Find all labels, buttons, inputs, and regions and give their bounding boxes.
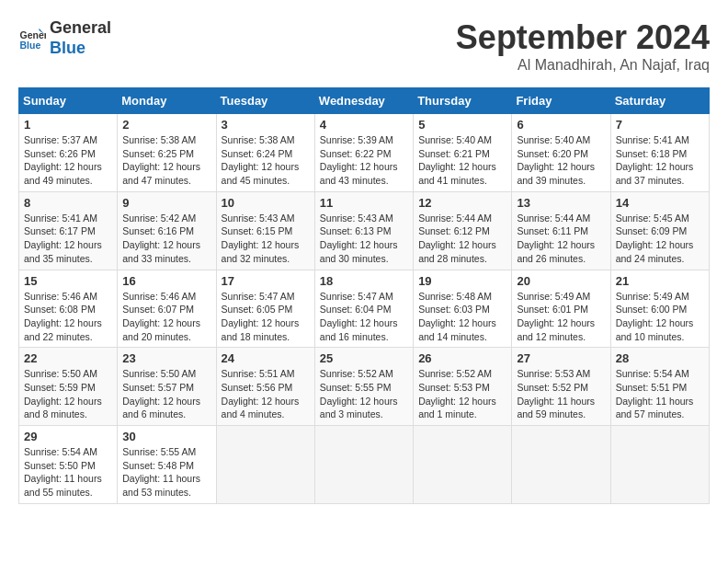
day-21: 21 Sunrise: 5:49 AMSunset: 6:00 PMDaylig… (610, 270, 709, 348)
day-28: 28 Sunrise: 5:54 AMSunset: 5:51 PMDaylig… (610, 348, 709, 426)
logo-text: General Blue (50, 18, 111, 58)
day-1: 1 Sunrise: 5:37 AMSunset: 6:26 PMDayligh… (19, 114, 118, 192)
day-24: 24 Sunrise: 5:51 AMSunset: 5:56 PMDaylig… (216, 348, 314, 426)
day-5: 5 Sunrise: 5:40 AMSunset: 6:21 PMDayligh… (414, 114, 512, 192)
day-25: 25 Sunrise: 5:52 AMSunset: 5:55 PMDaylig… (314, 348, 413, 426)
month-title: September 2024 (456, 18, 710, 57)
day-3: 3 Sunrise: 5:38 AMSunset: 6:24 PMDayligh… (216, 114, 314, 192)
day-10: 10 Sunrise: 5:43 AMSunset: 6:15 PMDaylig… (216, 191, 314, 270)
weekday-header-row: Sunday Monday Tuesday Wednesday Thursday… (19, 88, 710, 114)
empty-cell-2 (314, 426, 413, 504)
week-row-1: 1 Sunrise: 5:37 AMSunset: 6:26 PMDayligh… (19, 114, 710, 192)
logo-icon: General Blue (18, 25, 46, 52)
day-20: 20 Sunrise: 5:49 AMSunset: 6:01 PMDaylig… (512, 270, 610, 348)
day-7: 7 Sunrise: 5:41 AMSunset: 6:18 PMDayligh… (610, 114, 709, 192)
empty-cell-3 (414, 426, 512, 504)
day-14: 14 Sunrise: 5:45 AMSunset: 6:09 PMDaylig… (610, 191, 709, 270)
page-header: General Blue General Blue September 2024… (18, 18, 710, 74)
location-title: Al Manadhirah, An Najaf, Iraq (456, 57, 710, 74)
title-section: September 2024 Al Manadhirah, An Najaf, … (456, 18, 710, 74)
day-22: 22 Sunrise: 5:50 AMSunset: 5:59 PMDaylig… (19, 348, 118, 426)
week-row-2: 8 Sunrise: 5:41 AMSunset: 6:17 PMDayligh… (19, 191, 710, 270)
day-12: 12 Sunrise: 5:44 AMSunset: 6:12 PMDaylig… (414, 191, 512, 270)
week-row-5: 29 Sunrise: 5:54 AMSunset: 5:50 PMDaylig… (19, 426, 710, 504)
day-4: 4 Sunrise: 5:39 AMSunset: 6:22 PMDayligh… (314, 114, 413, 192)
calendar-table: Sunday Monday Tuesday Wednesday Thursday… (18, 87, 710, 504)
day-13: 13 Sunrise: 5:44 AMSunset: 6:11 PMDaylig… (512, 191, 610, 270)
day-19: 19 Sunrise: 5:48 AMSunset: 6:03 PMDaylig… (414, 270, 512, 348)
day-2: 2 Sunrise: 5:38 AMSunset: 6:25 PMDayligh… (118, 114, 216, 192)
svg-text:Blue: Blue (20, 39, 41, 50)
header-saturday: Saturday (610, 88, 709, 114)
day-26: 26 Sunrise: 5:52 AMSunset: 5:53 PMDaylig… (414, 348, 512, 426)
header-wednesday: Wednesday (314, 88, 413, 114)
logo: General Blue General Blue (18, 18, 111, 58)
day-16: 16 Sunrise: 5:46 AMSunset: 6:07 PMDaylig… (118, 270, 216, 348)
day-18: 18 Sunrise: 5:47 AMSunset: 6:04 PMDaylig… (314, 270, 413, 348)
day-27: 27 Sunrise: 5:53 AMSunset: 5:52 PMDaylig… (512, 348, 610, 426)
header-monday: Monday (118, 88, 216, 114)
empty-cell-4 (512, 426, 610, 504)
day-6: 6 Sunrise: 5:40 AMSunset: 6:20 PMDayligh… (512, 114, 610, 192)
day-15: 15 Sunrise: 5:46 AMSunset: 6:08 PMDaylig… (19, 270, 118, 348)
header-tuesday: Tuesday (216, 88, 314, 114)
day-9: 9 Sunrise: 5:42 AMSunset: 6:16 PMDayligh… (118, 191, 216, 270)
day-11: 11 Sunrise: 5:43 AMSunset: 6:13 PMDaylig… (314, 191, 413, 270)
day-17: 17 Sunrise: 5:47 AMSunset: 6:05 PMDaylig… (216, 270, 314, 348)
header-thursday: Thursday (414, 88, 512, 114)
day-29: 29 Sunrise: 5:54 AMSunset: 5:50 PMDaylig… (19, 426, 118, 504)
day-30: 30 Sunrise: 5:55 AMSunset: 5:48 PMDaylig… (118, 426, 216, 504)
week-row-3: 15 Sunrise: 5:46 AMSunset: 6:08 PMDaylig… (19, 270, 710, 348)
empty-cell-1 (216, 426, 314, 504)
header-friday: Friday (512, 88, 610, 114)
day-8: 8 Sunrise: 5:41 AMSunset: 6:17 PMDayligh… (19, 191, 118, 270)
header-sunday: Sunday (19, 88, 118, 114)
day-23: 23 Sunrise: 5:50 AMSunset: 5:57 PMDaylig… (118, 348, 216, 426)
week-row-4: 22 Sunrise: 5:50 AMSunset: 5:59 PMDaylig… (19, 348, 710, 426)
empty-cell-5 (610, 426, 709, 504)
